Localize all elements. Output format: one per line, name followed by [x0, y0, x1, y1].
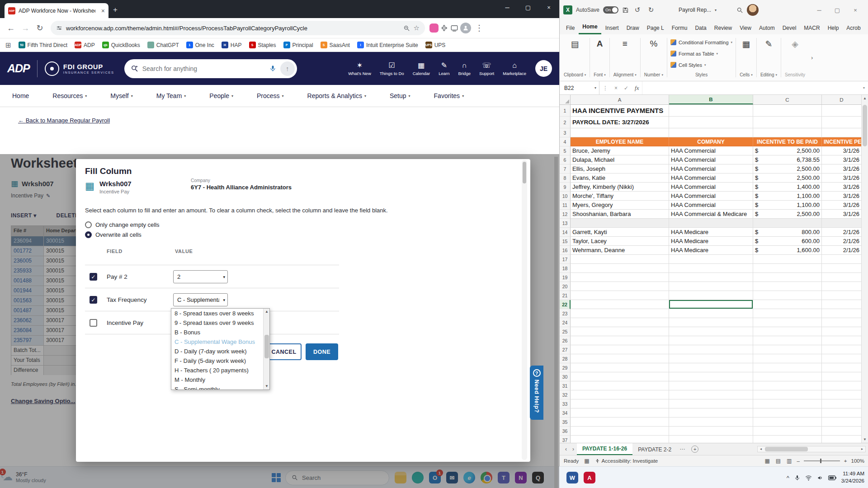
name-box[interactable]: B22▾	[560, 81, 599, 94]
wifi-icon[interactable]	[805, 475, 812, 481]
radio-overwrite-all[interactable]: Overwrite all cells	[85, 231, 142, 238]
cell-B24[interactable]	[669, 318, 753, 327]
dropdown-option-f-daily-5-day-work-week[interactable]: F - Daily (5-day work week)	[171, 356, 263, 366]
sheet-nav-right-icon[interactable]: ›	[570, 446, 577, 452]
cell-D37[interactable]	[822, 436, 862, 443]
cell-D24[interactable]	[822, 318, 862, 327]
cell-A15[interactable]: Taylor, Lacey	[571, 237, 669, 246]
cell-C24[interactable]	[753, 318, 822, 327]
cell-C28[interactable]	[753, 354, 822, 363]
ribbon-tab-file[interactable]: File	[562, 22, 578, 34]
cell-B17[interactable]	[669, 255, 753, 264]
radio-only-empty[interactable]: Only change empty cells	[85, 221, 160, 228]
cell-C20[interactable]	[753, 282, 822, 291]
tab-close-icon[interactable]: ×	[101, 7, 105, 14]
cell-C22[interactable]	[753, 300, 822, 309]
cell-D27[interactable]	[822, 345, 862, 354]
expand-formula-bar-icon[interactable]: ▾	[860, 86, 868, 90]
minimize-icon[interactable]: ─	[810, 3, 828, 18]
bookmark-staples[interactable]: SStaples	[249, 42, 276, 48]
row-header-15[interactable]: 15	[560, 237, 571, 246]
cell-A33[interactable]	[571, 399, 669, 408]
format-as-table-button[interactable]: Format as Table▾	[670, 49, 732, 58]
insert-function-icon[interactable]: fx	[632, 84, 642, 92]
cell-A34[interactable]	[571, 408, 669, 418]
cell-A21[interactable]	[571, 291, 669, 300]
cell-D25[interactable]	[822, 327, 862, 336]
cell-D16[interactable]: 2/1/26	[822, 246, 862, 255]
cell-C7[interactable]: $2,500.00	[753, 164, 822, 174]
cell-C13[interactable]	[753, 219, 822, 228]
cell-A3[interactable]	[571, 128, 669, 137]
accessibility-status[interactable]: Accessibility: Investigate	[595, 458, 658, 464]
select-tax-frequency[interactable]: C - Supplemental Wage Bonus▾	[173, 293, 228, 306]
browser-menu-icon[interactable]: ⋮	[473, 22, 486, 34]
dropdown-option-m-monthly[interactable]: M - Monthly	[171, 375, 263, 385]
dropdown-option-s-semi-monthly[interactable]: S - Semi-monthly	[171, 385, 263, 390]
save-icon[interactable]	[622, 7, 629, 14]
nav-item-favorites[interactable]: Favorites▾	[434, 92, 464, 99]
nav-item-resources[interactable]: Resources▾	[52, 92, 87, 99]
scroll-thumb[interactable]	[264, 335, 269, 358]
row-header-31[interactable]: 31	[560, 381, 571, 390]
ribbon-tab-page-l[interactable]: Page L	[643, 22, 668, 34]
cell-A1[interactable]: HAA INCENTIVE PAYMENTS	[571, 105, 669, 117]
cell-C8[interactable]: $2,500.00	[753, 174, 822, 183]
ribbon-tab-macr[interactable]: MACR	[800, 22, 823, 34]
checkbox-pay-2[interactable]: ✓	[90, 273, 97, 281]
cell-B18[interactable]	[669, 264, 753, 273]
row-header-1[interactable]: 1	[560, 105, 571, 117]
cell-B3[interactable]	[669, 128, 753, 137]
cell-A27[interactable]	[571, 345, 669, 354]
search-submit-icon[interactable]: ↑	[280, 61, 295, 76]
ribbon-tab-autom[interactable]: Autom	[755, 22, 778, 34]
cell-D36[interactable]	[822, 427, 862, 436]
row-header-32[interactable]: 32	[560, 390, 571, 399]
extensions-puzzle-icon[interactable]	[440, 24, 448, 32]
cell-B2[interactable]	[669, 117, 753, 128]
cell-D8[interactable]: 3/1/26	[822, 174, 862, 183]
ribbon-tab-devel[interactable]: Devel	[779, 22, 800, 34]
cell-B29[interactable]	[669, 363, 753, 372]
excel-search-icon[interactable]	[736, 7, 743, 14]
cell-A5[interactable]: Bruce, Jeremy	[571, 146, 669, 155]
global-search-input[interactable]: Search for anything ↑	[124, 59, 297, 78]
cell-B34[interactable]	[669, 408, 753, 418]
cancel-button[interactable]: CANCEL	[266, 343, 302, 360]
nav-item-myself[interactable]: Myself▾	[110, 92, 132, 99]
zoom-in-icon[interactable]: +	[844, 458, 847, 464]
close-icon[interactable]: ×	[538, 0, 559, 15]
address-bar[interactable]: workforcenow.adp.com/theme/admin.html#/P…	[51, 21, 425, 35]
cell-A22[interactable]	[571, 300, 669, 309]
vertical-scrollbar[interactable]: ▲ ▼	[861, 95, 868, 443]
back-icon[interactable]: ←	[5, 22, 17, 34]
cell-A2[interactable]: PAYROLL DATE: 3/27/2026	[571, 117, 669, 128]
cell-C1[interactable]	[753, 105, 822, 117]
checkbox-incentive-pay[interactable]	[90, 319, 97, 327]
column-header-A[interactable]: A	[571, 95, 669, 104]
nav-item-reports-analytics[interactable]: Reports & Analytics▾	[307, 92, 366, 99]
zoom-knob[interactable]	[820, 459, 821, 463]
ribbon-tab-home[interactable]: Home	[579, 21, 601, 34]
ribbon-tab-insert[interactable]: Insert	[602, 22, 623, 34]
close-icon[interactable]: ×	[846, 3, 864, 18]
cell-D21[interactable]	[822, 291, 862, 300]
cell-B15[interactable]: HAA Medicare	[669, 237, 753, 246]
row-header-14[interactable]: 14	[560, 228, 571, 237]
cell-A30[interactable]	[571, 372, 669, 381]
cell-D6[interactable]: 3/1/26	[822, 155, 862, 164]
bookmark-one-inc[interactable]: 1One Inc	[186, 42, 214, 48]
cell-D17[interactable]	[822, 255, 862, 264]
row-header-7[interactable]: 7	[560, 164, 571, 174]
row-header-21[interactable]: 21	[560, 291, 571, 300]
cell-C29[interactable]	[753, 363, 822, 372]
row-header-27[interactable]: 27	[560, 345, 571, 354]
cell-B27[interactable]	[669, 345, 753, 354]
cell-D2[interactable]	[822, 117, 862, 128]
row-header-24[interactable]: 24	[560, 318, 571, 327]
nav-item-setup[interactable]: Setup▾	[390, 92, 410, 99]
zoom-icon[interactable]	[403, 25, 410, 32]
zoom-out-icon[interactable]: –	[797, 458, 799, 464]
ribbon-group-cells[interactable]: ▦ Cells▾	[736, 36, 756, 79]
row-header-17[interactable]: 17	[560, 255, 571, 264]
